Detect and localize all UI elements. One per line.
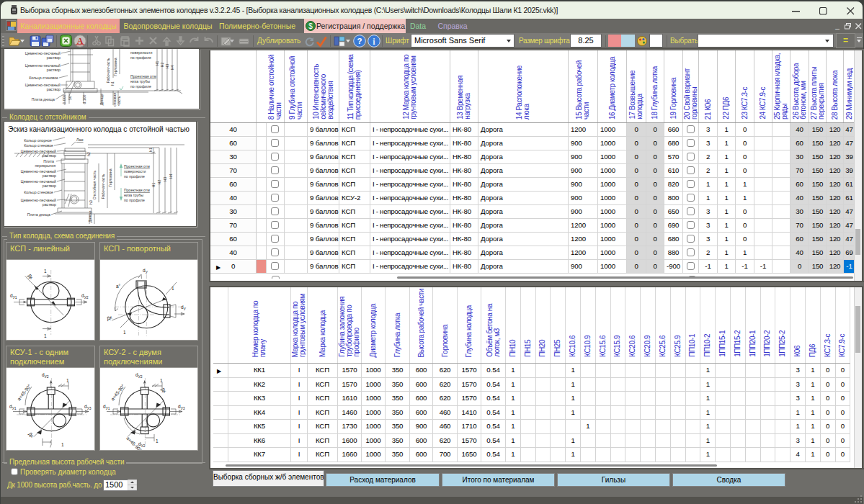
svg-text:Н4: Н4 xyxy=(170,66,174,71)
svg-text:перекрытия: перекрытия xyxy=(35,163,56,168)
svg-text:1: 1 xyxy=(160,378,163,383)
svg-text:Кольцо стеновое: Кольцо стеновое xyxy=(24,190,53,194)
svg-text:раствор: раствор xyxy=(47,87,61,91)
svg-text:50: 50 xyxy=(68,96,72,100)
svg-text:h3: h3 xyxy=(89,200,93,204)
svg-text:Н2: Н2 xyxy=(160,63,164,68)
svg-text:Дк: Дк xyxy=(27,431,35,439)
svg-text:dУ: dУ xyxy=(181,305,187,311)
svg-text:Дк: Дк xyxy=(27,273,35,281)
svg-text:раствор: раствор xyxy=(47,68,61,72)
svg-text:низа трубы: низа трубы xyxy=(130,79,150,84)
svg-text:раствор: раствор xyxy=(43,202,56,207)
svg-text:Отстойная часть: Отстойная часть xyxy=(92,171,97,200)
svg-text:1: 1 xyxy=(156,438,159,444)
svg-text:Кольцо опорное: Кольцо опорное xyxy=(24,138,52,143)
svg-text:1: 1 xyxy=(66,378,69,383)
svg-text:Рабочая часть: Рабочая часть xyxy=(101,174,105,199)
svg-text:по профиле: по профиле xyxy=(130,84,151,89)
svg-text:Горловина: Горловина xyxy=(108,168,112,187)
svg-text:Эскиз канализационного колодца: Эскиз канализационного колодца с отстойн… xyxy=(8,125,190,133)
svg-text:0.000: 0.000 xyxy=(62,94,66,104)
svg-text:Плита днища: Плита днища xyxy=(27,212,50,217)
svg-text:Проектная отм: Проектная отм xyxy=(130,74,156,78)
svg-text:Днище: Днище xyxy=(88,211,92,222)
svg-text:dУ3: dУ3 xyxy=(178,404,185,410)
svg-text:dУ2: dУ2 xyxy=(81,293,89,300)
svg-text:Люк: Люк xyxy=(76,138,84,142)
svg-text:d.100: d.100 xyxy=(82,94,86,104)
svg-text:Н3: Н3 xyxy=(165,64,169,69)
svg-text:Дк: Дк xyxy=(160,387,168,395)
svg-text:a=45-90°: a=45-90° xyxy=(16,383,32,402)
svg-text:Кольцо стеновое: Кольцо стеновое xyxy=(29,76,58,80)
svg-text:по профиле: по профиле xyxy=(124,198,145,202)
svg-text:?: ? xyxy=(357,37,362,45)
svg-text:раствор: раствор xyxy=(43,174,56,178)
svg-text:a=45-90°: a=45-90° xyxy=(110,383,125,402)
svg-text:Н3: Н3 xyxy=(163,177,167,182)
svg-text:раствор: раствор xyxy=(43,184,56,188)
svg-text:раствор: раствор xyxy=(43,153,56,158)
svg-text:h1: h1 xyxy=(148,148,153,152)
svg-text:по профиле: по профиле xyxy=(130,55,151,60)
svg-text:Горловина: Горловина xyxy=(113,58,117,76)
svg-text:dУ2: dУ2 xyxy=(135,372,143,379)
svg-text:dУ: dУ xyxy=(143,268,148,274)
svg-text:a°: a° xyxy=(116,284,121,289)
svg-text:1: 1 xyxy=(172,286,174,291)
svg-text:1: 1 xyxy=(123,330,126,335)
svg-text:dУ1: dУ1 xyxy=(103,404,110,410)
svg-text:Дк: Дк xyxy=(106,315,113,322)
svg-text:dУ1: dУ1 xyxy=(9,404,17,410)
svg-text:поверхности: поверхности xyxy=(124,169,146,174)
svg-text:часть: часть xyxy=(117,96,121,106)
svg-text:1: 1 xyxy=(44,269,47,274)
svg-text:Плита днища: Плита днища xyxy=(32,97,55,102)
svg-text:Проектная отм: Проектная отм xyxy=(124,188,150,192)
svg-text:1: 1 xyxy=(61,442,64,447)
svg-text:Н4: Н4 xyxy=(169,174,173,179)
svg-text:Н1: Н1 xyxy=(151,183,156,188)
svg-text:dУ1: dУ1 xyxy=(10,293,17,300)
svg-text:Кольцо стеновое: Кольцо стеновое xyxy=(24,143,53,148)
svg-text:$: $ xyxy=(308,22,313,30)
svg-text:1: 1 xyxy=(44,333,47,338)
svg-text:низа трубы: низа трубы xyxy=(124,193,143,197)
svg-text:Рабочая часть: Рабочая часть xyxy=(106,58,110,83)
svg-text:по профиле: по профиле xyxy=(124,174,145,179)
svg-text:раствор: раствор xyxy=(47,55,61,60)
svg-text:dУ3: dУ3 xyxy=(84,404,92,410)
svg-text:h1: h1 xyxy=(110,81,115,86)
svg-text:Днище: Днище xyxy=(99,94,104,105)
svg-text:h2: h2 xyxy=(86,152,91,156)
svg-text:dУ2: dУ2 xyxy=(42,372,49,379)
svg-text:Н2: Н2 xyxy=(157,180,161,185)
svg-text:Н1: Н1 xyxy=(155,61,159,66)
svg-text:Проектная отм: Проектная отм xyxy=(124,164,150,168)
svg-text:поверхности: поверхности xyxy=(130,50,152,55)
